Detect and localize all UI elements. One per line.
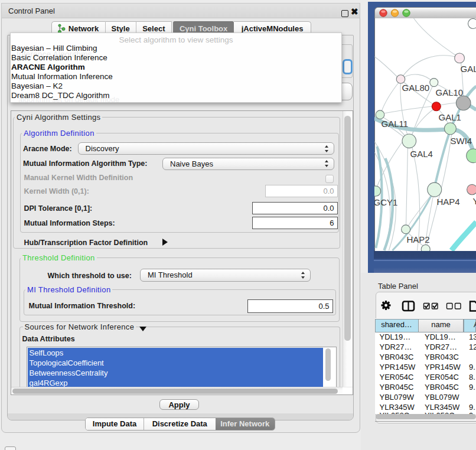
svg-text:HAP2: HAP2 xyxy=(406,234,429,244)
svg-text:GAL10: GAL10 xyxy=(435,87,463,97)
svg-text:GCY1: GCY1 xyxy=(374,197,397,207)
svg-text:SWI4: SWI4 xyxy=(450,136,472,146)
svg-text:GAL80: GAL80 xyxy=(402,83,429,93)
svg-text:GAL7: GAL7 xyxy=(460,64,476,74)
svg-text:GAL4: GAL4 xyxy=(410,149,432,159)
svg-text:GAL11: GAL11 xyxy=(381,119,408,129)
svg-text:GAL1: GAL1 xyxy=(438,112,461,122)
svg-text:Y: Y xyxy=(472,196,476,206)
svg-text:HAP4: HAP4 xyxy=(436,197,459,207)
